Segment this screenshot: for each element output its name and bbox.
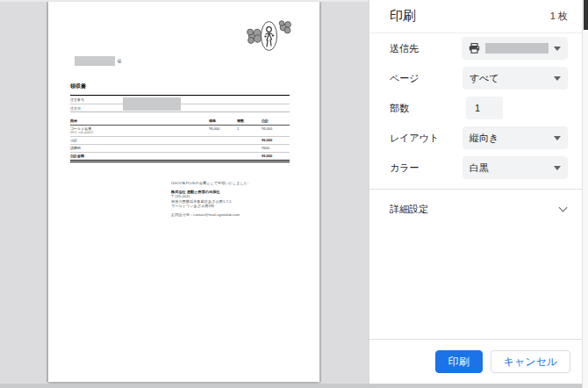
printer-icon <box>469 43 480 54</box>
copies-row: 部数 <box>369 93 582 123</box>
caret-down-icon <box>554 136 561 140</box>
item-price: ¥6,000 <box>209 125 237 136</box>
caret-down-icon <box>554 76 561 81</box>
dialog-footer: 印刷 キャンセル <box>369 339 582 384</box>
more-settings-toggle[interactable]: 詳細設定 <box>369 190 582 228</box>
recipient-line: 様 <box>75 56 122 66</box>
tax-value: ¥600 <box>262 144 290 152</box>
dialog-title: 印刷 <box>390 8 550 25</box>
document-page-preview: 様 領収書 注文番号 注文日 商品 価格 個数 合計 ゴールド会員 <box>48 2 319 382</box>
tax-row: 消費税 ¥600 <box>70 144 290 152</box>
items-header-row: 商品 価格 個数 合計 <box>70 116 290 125</box>
scrollbar-thumb[interactable] <box>584 0 588 30</box>
layout-value: 縦向き <box>470 132 498 145</box>
item-qty: 1 <box>237 125 262 136</box>
order-values-redacted <box>123 97 181 111</box>
pages-row: ページ すべて <box>369 63 582 93</box>
grand-total-row: 合計金額 ¥6,600 <box>70 152 290 161</box>
contact-line: お問合せ先：contact@mail.ugoitalab.com <box>171 212 251 218</box>
pages-value: すべて <box>470 72 499 85</box>
item-total: ¥6,000 <box>262 125 290 136</box>
color-row: カラー 白黒 <box>369 153 582 183</box>
subtotal-value: ¥6,000 <box>262 136 290 144</box>
destination-label: 送信先 <box>390 42 462 55</box>
grand-total-value: ¥6,600 <box>262 152 290 161</box>
items-table: 商品 価格 個数 合計 ゴールド会員 SKU: sub-gold01 ¥6,00… <box>70 116 290 162</box>
color-select[interactable]: 白黒 <box>463 156 568 179</box>
panel-header: 印刷 1 枚 <box>369 0 582 33</box>
print-preview-area: 様 領収書 注文番号 注文日 商品 価格 個数 合計 ゴールド会員 <box>0 0 369 384</box>
tax-label: 消費税 <box>70 144 209 152</box>
printer-name-redacted <box>485 43 549 54</box>
color-label: カラー <box>390 162 463 175</box>
col-total: 合計 <box>262 116 290 125</box>
pages-select[interactable]: すべて <box>463 67 568 90</box>
cancel-button[interactable]: キャンセル <box>491 350 570 373</box>
address-line2: ゴールドワンあざみ野2階 <box>171 204 251 209</box>
caret-down-icon <box>554 166 561 170</box>
copies-label: 部数 <box>390 102 466 115</box>
order-date-label: 注文日 <box>70 106 81 111</box>
company-logo-icon <box>244 17 293 57</box>
col-price: 価格 <box>209 116 237 125</box>
sheet-count: 1 枚 <box>550 10 568 23</box>
col-qty: 個数 <box>237 116 262 125</box>
layout-label: レイアウト <box>390 132 463 145</box>
destination-select[interactable] <box>462 37 568 60</box>
print-settings-panel: 印刷 1 枚 送信先 ページ すべて 部数 レイアウト 縦向き <box>369 0 582 384</box>
page-behind-dialog <box>0 384 582 388</box>
subtotal-row: 小計 ¥6,000 <box>70 136 290 144</box>
item-row: ゴールド会員 SKU: sub-gold01 ¥6,000 1 ¥6,000 <box>70 125 290 136</box>
print-button[interactable]: 印刷 <box>435 350 483 373</box>
receipt-footer: UGOITA PLUS月会費として受領いたしました。 株式会社 運動と医学の出版… <box>171 181 251 218</box>
recipient-honorific: 様 <box>118 59 122 63</box>
order-info-table: 注文番号 注文日 <box>70 95 290 112</box>
recipient-name-redacted <box>75 56 115 66</box>
destination-row: 送信先 <box>369 33 582 63</box>
order-number-label: 注文番号 <box>70 97 84 102</box>
receipt-title: 領収書 <box>70 83 86 90</box>
caret-down-icon <box>554 47 561 51</box>
subtotal-label: 小計 <box>70 136 209 144</box>
more-settings-label: 詳細設定 <box>390 203 560 216</box>
pages-label: ページ <box>390 72 463 85</box>
receipt-note: UGOITA PLUS月会費として受領いたしました。 <box>171 181 251 186</box>
chevron-down-icon <box>559 203 568 212</box>
col-item: 商品 <box>70 116 209 125</box>
copies-input[interactable] <box>466 97 503 119</box>
layout-row: レイアウト 縦向き <box>369 123 582 153</box>
browser-scrollbar[interactable] <box>582 0 588 388</box>
grand-total-label: 合計金額 <box>70 152 209 161</box>
color-value: 白黒 <box>470 162 489 175</box>
item-sku: SKU: sub-gold01 <box>70 131 209 134</box>
layout-select[interactable]: 縦向き <box>463 126 568 149</box>
